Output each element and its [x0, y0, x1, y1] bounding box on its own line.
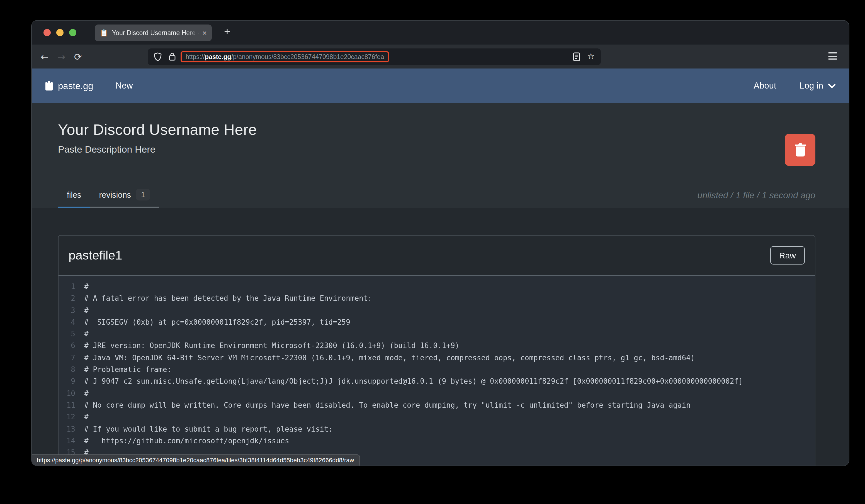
line-text: # No core dump will be written. Core dum…: [84, 399, 691, 411]
tab-revisions[interactable]: revisions 1: [90, 189, 159, 207]
clipboard-brand-icon: [45, 81, 53, 91]
brand-link[interactable]: paste.gg: [45, 81, 93, 91]
file-name: pastefile1: [69, 248, 122, 262]
url-bar[interactable]: https://paste.gg/p/anonymous/83bcc205367…: [148, 48, 601, 65]
link-status-bar: https://paste.gg/p/anonymous/83bcc205367…: [32, 455, 360, 466]
shield-icon[interactable]: [154, 52, 162, 61]
browser-window: 📋 Your Discord Username Here · pas × + ←…: [32, 21, 849, 466]
code-line: 12 #: [58, 411, 815, 423]
revisions-count-badge: 1: [136, 189, 150, 200]
paste-files-section: pastefile1 Raw 1 # 2 # A fatal error has…: [32, 208, 849, 466]
paste-description: Paste Description Here: [58, 144, 815, 155]
close-tab-icon[interactable]: ×: [202, 29, 207, 37]
bookmark-star-icon[interactable]: ☆: [587, 52, 595, 61]
url-protocol: https://: [186, 53, 205, 60]
line-number: 7: [58, 352, 75, 364]
paste-tabs: files revisions 1: [58, 189, 159, 208]
line-text: # Problematic frame:: [84, 364, 171, 376]
line-number: 5: [58, 328, 75, 340]
code-line: 5 #: [58, 328, 815, 340]
line-text: # https://github.com/microsoft/openjdk/i…: [84, 435, 289, 447]
browser-tab[interactable]: 📋 Your Discord Username Here · pas ×: [95, 24, 212, 41]
browser-navbar: ← → ⟳ https://paste.gg/p/anonymous/83bcc…: [32, 45, 849, 69]
line-text: # J 9047 c2 sun.misc.Unsafe.getLong(Ljav…: [84, 376, 743, 388]
code-block[interactable]: 1 # 2 # A fatal error has been detected …: [58, 276, 815, 466]
line-number: 3: [58, 304, 75, 316]
code-line: 4 # SIGSEGV (0xb) at pc=0x000000011f829c…: [58, 316, 815, 328]
code-line: 13 # If you would like to submit a bug r…: [58, 423, 815, 435]
browser-titlebar: 📋 Your Discord Username Here · pas × +: [32, 21, 849, 45]
delete-paste-button[interactable]: [785, 134, 815, 166]
line-number: 12: [58, 411, 75, 423]
line-text: #: [84, 411, 89, 423]
tab-title: Your Discord Username Here · pas: [112, 30, 201, 36]
line-text: #: [84, 304, 89, 316]
login-label: Log in: [800, 81, 823, 91]
code-line: 11 # No core dump will be written. Core …: [58, 399, 815, 411]
nav-about-link[interactable]: About: [754, 81, 776, 91]
code-line: 1 #: [58, 281, 815, 293]
reader-mode-icon[interactable]: [573, 52, 580, 61]
url-path: /p/anonymous/83bcc205367447098b1e20caac8…: [231, 53, 384, 60]
code-line: 3 #: [58, 304, 815, 316]
minimize-window-button[interactable]: [56, 29, 64, 36]
tab-revisions-label: revisions: [99, 190, 131, 199]
url-host: paste.gg: [205, 53, 231, 60]
screen: 📋 Your Discord Username Here · pas × + ←…: [0, 0, 865, 504]
code-line: 7 # Java VM: OpenJDK 64-Bit Server VM Mi…: [58, 352, 815, 364]
url-text-highlighted[interactable]: https://paste.gg/p/anonymous/83bcc205367…: [181, 51, 389, 62]
line-number: 10: [58, 387, 75, 399]
paste-header-section: Your Discord Username Here Paste Descrip…: [32, 103, 849, 208]
paste-title: Your Discord Username Here: [58, 103, 815, 139]
nav-new-link[interactable]: New: [116, 81, 133, 91]
line-text: # Java VM: OpenJDK 64-Bit Server VM Micr…: [84, 352, 695, 364]
line-number: 9: [58, 376, 75, 388]
zoom-window-button[interactable]: [69, 29, 76, 36]
line-text: #: [84, 328, 89, 340]
line-text: # If you would like to submit a bug repo…: [84, 423, 333, 435]
tab-files[interactable]: files: [58, 189, 90, 207]
code-line: 6 # JRE version: OpenJDK Runtime Environ…: [58, 340, 815, 352]
line-number: 2: [58, 293, 75, 305]
reload-button[interactable]: ⟳: [70, 48, 86, 65]
back-button[interactable]: ←: [36, 48, 53, 65]
login-dropdown[interactable]: Log in: [800, 81, 835, 91]
site-header-right: About Log in: [754, 81, 836, 91]
line-text: # JRE version: OpenJDK Runtime Environme…: [84, 340, 459, 352]
window-controls: [44, 29, 76, 36]
line-text: #: [84, 281, 89, 293]
code-line: 8 # Problematic frame:: [58, 364, 815, 376]
chevron-down-icon: [828, 83, 835, 88]
line-number: 11: [58, 399, 75, 411]
lock-icon[interactable]: [169, 52, 175, 61]
trash-icon: [794, 143, 806, 157]
code-line: 2 # A fatal error has been detected by t…: [58, 293, 815, 305]
forward-button[interactable]: →: [53, 48, 70, 65]
code-line: 14 # https://github.com/microsoft/openjd…: [58, 435, 815, 447]
url-bar-actions: ☆: [573, 52, 595, 61]
code-line: 9 # J 9047 c2 sun.misc.Unsafe.getLong(Lj…: [58, 376, 815, 388]
line-number: 6: [58, 340, 75, 352]
file-card-header: pastefile1 Raw: [58, 236, 815, 276]
clipboard-favicon-icon: 📋: [100, 30, 108, 36]
line-number: 14: [58, 435, 75, 447]
raw-button[interactable]: Raw: [770, 246, 805, 265]
close-window-button[interactable]: [44, 29, 51, 36]
file-card: pastefile1 Raw 1 # 2 # A fatal error has…: [58, 235, 815, 466]
line-text: # A fatal error has been detected by the…: [84, 293, 372, 305]
hamburger-menu-icon[interactable]: [828, 52, 837, 60]
line-number: 13: [58, 423, 75, 435]
new-tab-button[interactable]: +: [224, 26, 230, 38]
line-text: #: [84, 387, 89, 399]
line-number: 4: [58, 316, 75, 328]
line-text: # SIGSEGV (0xb) at pc=0x000000011f829c2f…: [84, 316, 350, 328]
paste-meta: unlisted / 1 file / 1 second ago: [697, 190, 815, 200]
site-header: paste.gg New About Log in: [32, 69, 849, 103]
code-line: 10 #: [58, 387, 815, 399]
tab-files-label: files: [67, 190, 81, 199]
line-number: 1: [58, 281, 75, 293]
line-number: 8: [58, 364, 75, 376]
brand-label: paste.gg: [58, 81, 93, 91]
